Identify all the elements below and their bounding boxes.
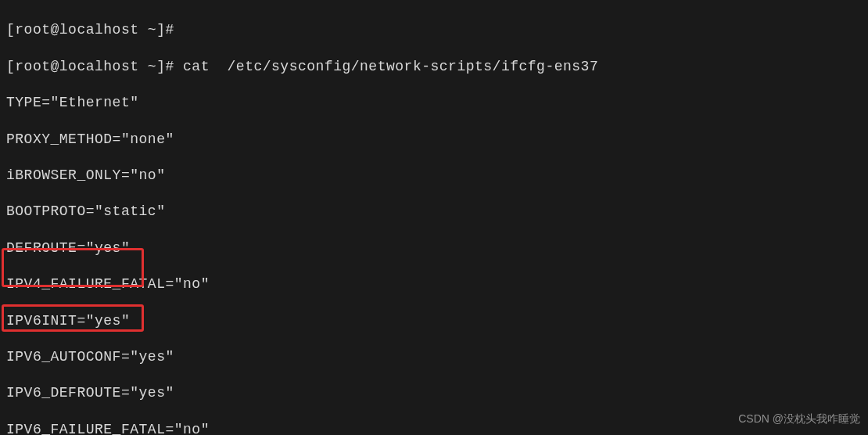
- config-defroute: DEFROUTE="yes": [6, 239, 862, 257]
- config-ipv6-defroute: IPV6_DEFROUTE="yes": [6, 384, 862, 402]
- config-browser-only: iBROWSER_ONLY="no": [6, 167, 862, 185]
- config-type: TYPE="Ethernet": [6, 94, 862, 112]
- config-ipv6-autoconf: IPV6_AUTOCONF="yes": [6, 348, 862, 366]
- command-line[interactable]: [root@localhost ~]# cat /etc/sysconfig/n…: [6, 58, 862, 76]
- config-bootproto: BOOTPROTO="static": [6, 203, 862, 221]
- config-ipv6init: IPV6INIT="yes": [6, 312, 862, 330]
- config-ipv6-failure-fatal: IPV6_FAILURE_FATAL="no": [6, 421, 862, 435]
- prompt-line[interactable]: [root@localhost ~]#: [6, 21, 862, 39]
- config-ipv4-failure-fatal: IPV4_FAILURE_FATAL="no": [6, 275, 862, 293]
- watermark-text: CSDN @没枕头我咋睡觉: [738, 412, 860, 426]
- terminal-output: [root@localhost ~]# [root@localhost ~]# …: [6, 3, 862, 435]
- config-proxy-method: PROXY_METHOD="none": [6, 131, 862, 149]
